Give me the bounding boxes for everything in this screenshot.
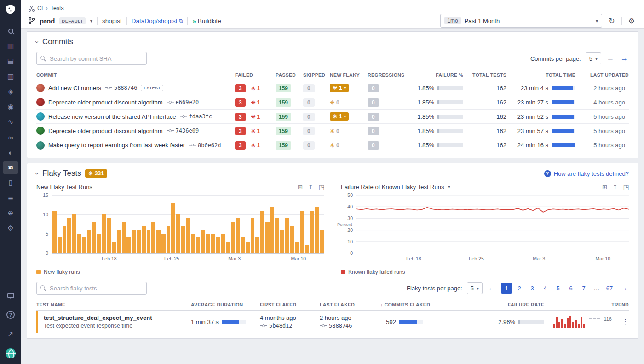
legend-swatch	[36, 270, 41, 274]
sidebar-item-infrastructure[interactable]: ▦	[3, 39, 18, 53]
column-header[interactable]: LAST UPDATED	[575, 72, 629, 78]
column-header[interactable]: TEST NAME	[36, 302, 191, 307]
flaky-help-link[interactable]: ? How are flaky tests defined?	[544, 170, 629, 177]
sidebar-item-dashboards[interactable]: ▤	[3, 54, 18, 68]
commit-row[interactable]: Add new CI runners 5888746 LATEST 3 ✳1 1…	[36, 81, 629, 95]
commit-message[interactable]: Release new version of the shared API in…	[48, 113, 176, 120]
column-header[interactable]: REGRESSIONS	[368, 72, 410, 78]
last-flaked-sha-link[interactable]: 5888746	[320, 323, 380, 329]
commits-per-page-select[interactable]: 5 ▾	[586, 52, 601, 64]
fullscreen-icon[interactable]: ◳	[319, 184, 324, 191]
first-flaked-sha-link[interactable]: 5b48d12	[260, 323, 320, 329]
sidebar-item-support-chat[interactable]	[3, 289, 18, 302]
sidebar-item-logs[interactable]: ≣	[3, 191, 18, 205]
page-5-button[interactable]: 5	[552, 283, 564, 294]
sidebar-item-security[interactable]: ⊕	[3, 206, 18, 220]
line-plot[interactable]	[356, 195, 629, 253]
settings-gear-button[interactable]: ⚙	[627, 16, 637, 26]
column-header[interactable]: TREND	[544, 302, 629, 307]
commit-sha-link[interactable]: fdaa3fc	[180, 113, 213, 120]
last-updated: 4 hours ago	[593, 99, 625, 106]
bar-plot[interactable]	[52, 195, 324, 253]
page-6-button[interactable]: 6	[565, 283, 576, 294]
sidebar-item-synthetics[interactable]: ∞	[3, 130, 18, 144]
sidebar-item-integrations[interactable]: ⚙	[3, 221, 18, 235]
column-header[interactable]: NEW FLAKY	[330, 72, 368, 78]
flaky-test-row[interactable]: test_structure_deal_expect_my_event Test…	[36, 311, 629, 333]
flaky-search-input[interactable]	[36, 282, 147, 295]
sidebar-item-watchdog[interactable]: ◉	[3, 100, 18, 114]
export-icon[interactable]: ↥	[613, 184, 618, 191]
export-icon[interactable]: ↥	[308, 184, 313, 191]
commit-row[interactable]: Deprecate older product discount algorit…	[36, 95, 629, 110]
ci-provider: » Buildkite	[192, 17, 221, 25]
column-header[interactable]: SKIPPED	[303, 72, 330, 78]
collapse-chevron-icon[interactable]: ›	[34, 41, 41, 43]
sidebar-item-rum[interactable]: ◐	[3, 145, 18, 159]
bar	[122, 222, 126, 253]
commit-row[interactable]: Deprecate older product discount algorit…	[36, 124, 629, 138]
commit-sha-link[interactable]: 7436e09	[167, 127, 199, 134]
row-menu-button[interactable]: ⋮	[622, 318, 629, 326]
column-header[interactable]: LAST FLAKED	[320, 302, 380, 307]
next-page-button[interactable]: →	[620, 54, 629, 63]
commit-message[interactable]: Make query to report earnings from last …	[48, 142, 185, 149]
commit-icon	[167, 129, 174, 133]
repo-external-link[interactable]: DataDog/shopist ⧉	[132, 17, 183, 24]
column-header[interactable]: TOTAL TESTS	[463, 72, 506, 78]
page-4-button[interactable]: 4	[540, 283, 551, 294]
commit-message[interactable]: Add new CI runners	[48, 85, 101, 92]
column-header[interactable]: ↓ COMMITS FLAKED	[380, 302, 463, 307]
new-flaky-badge[interactable]: ✳ 1 ▾	[330, 84, 349, 92]
new-flaky-badge[interactable]: ✳ 1 ▾	[330, 112, 349, 121]
bar	[63, 226, 67, 253]
sidebar-item-help[interactable]: ?	[3, 308, 18, 322]
commit-row[interactable]: Release new version of the shared API in…	[36, 110, 629, 124]
sidebar-item-monitors[interactable]: ∿	[3, 115, 18, 129]
commit-message[interactable]: Deprecate older product discount algorit…	[48, 99, 163, 106]
page-2-button[interactable]: 2	[514, 283, 525, 294]
commit-search-input[interactable]	[36, 52, 147, 65]
prev-page-button[interactable]: ←	[606, 54, 615, 63]
column-header[interactable]: PASSED	[276, 72, 303, 78]
page-7-button[interactable]: 7	[578, 283, 589, 294]
column-header[interactable]: TOTAL TIME	[506, 72, 575, 78]
test-name[interactable]: test_structure_deal_expect_my_event	[44, 314, 191, 321]
add-to-dashboard-icon[interactable]: ⊞	[602, 184, 607, 191]
breadcrumb-ci[interactable]: CI	[37, 5, 43, 12]
time-range-select[interactable]: 1mo Past 1 Month ▾	[440, 14, 602, 28]
page-67-button[interactable]: 67	[604, 283, 615, 294]
sidebar-item-notebooks[interactable]: ▯	[3, 176, 18, 190]
commit-message[interactable]: Deprecate older product discount algorit…	[48, 127, 163, 134]
sidebar-item-apm[interactable]: ◈	[3, 85, 18, 98]
branch-caret-icon[interactable]: ▾	[90, 18, 92, 23]
sidebar-item-metrics[interactable]: ▥	[3, 69, 18, 83]
chart-dropdown-caret-icon[interactable]: ▾	[448, 185, 450, 190]
prev-page-button[interactable]: ←	[487, 284, 496, 292]
flaky-asterisk-icon: ✳	[251, 99, 255, 106]
sidebar-item-ci[interactable]: ≋	[3, 161, 18, 174]
commit-sha-link[interactable]: 8b0e62d	[189, 142, 221, 149]
commit-sha-link[interactable]: e669e20	[167, 99, 199, 105]
datadog-logo[interactable]	[5, 4, 17, 17]
refresh-button[interactable]: ↻	[607, 16, 616, 26]
column-header[interactable]: COMMIT	[36, 72, 235, 78]
fullscreen-icon[interactable]: ◳	[623, 184, 629, 191]
commit-sha-link[interactable]: 5888746	[105, 85, 138, 91]
page-1-button[interactable]: 1	[501, 283, 512, 294]
column-header[interactable]: FAILED	[235, 72, 276, 78]
column-header[interactable]: AVERAGE DURATION	[191, 302, 260, 307]
sidebar-item-whats-new[interactable]: ↗	[3, 327, 18, 341]
column-header[interactable]: FAILURE RATE	[463, 302, 544, 307]
flaky-per-page-select[interactable]: 5 ▾	[467, 282, 483, 294]
column-header[interactable]: FAILURE %	[410, 72, 463, 78]
next-page-button[interactable]: →	[620, 284, 629, 292]
page-3-button[interactable]: 3	[527, 283, 538, 294]
column-header[interactable]: FIRST FLAKED	[260, 302, 320, 307]
add-to-dashboard-icon[interactable]: ⊞	[298, 184, 303, 191]
collapse-chevron-icon[interactable]: ›	[34, 173, 41, 175]
sidebar-item-region[interactable]	[3, 347, 18, 360]
sidebar-item-search[interactable]	[3, 24, 18, 38]
branch-selector[interactable]: prod	[40, 17, 55, 25]
commit-row[interactable]: Make query to report earnings from last …	[36, 138, 629, 152]
